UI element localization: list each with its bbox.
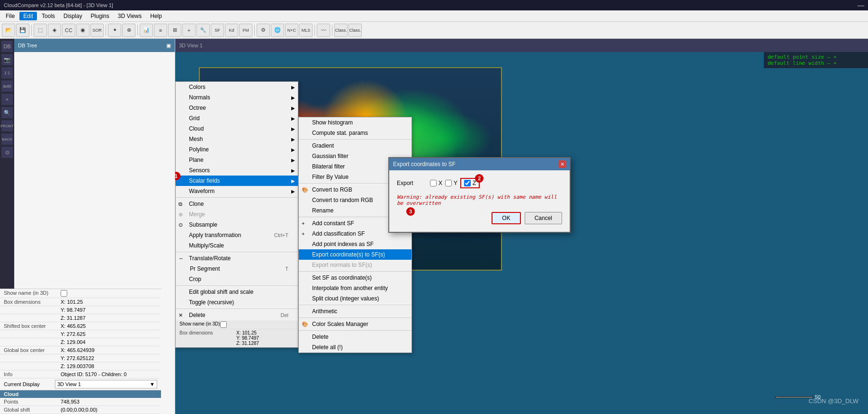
sidebar-icon-back[interactable]: BACK <box>1 133 13 145</box>
ctx-grid[interactable]: Grid ▶ <box>176 113 298 123</box>
x-checkbox[interactable] <box>430 180 437 186</box>
toolbar-btn-kd[interactable]: Kd <box>225 24 238 37</box>
menu-display[interactable]: Display <box>60 12 86 20</box>
ctx-polyline[interactable]: Polyline ▶ <box>176 144 298 155</box>
global-center-x: X: 465.624939 <box>61 347 95 353</box>
db-header-close[interactable]: ▣ <box>166 43 171 49</box>
toolbar-btn-sf[interactable]: SF <box>211 24 224 37</box>
sub-interpolate[interactable]: Interpolate from another entity <box>299 283 412 293</box>
sub-color-scales[interactable]: 🎨 Color Scales Manager <box>299 319 412 329</box>
ctx-normals[interactable]: Normals ▶ <box>176 92 298 103</box>
ctx-colors[interactable]: Colors ▶ <box>176 82 298 92</box>
ctx-sensors[interactable]: Sensors ▶ <box>176 165 298 176</box>
sub-gradient[interactable]: Gradient <box>299 141 412 151</box>
ctx-subsample[interactable]: ⊙ Subsample <box>176 220 298 230</box>
sub-export-normals: Export normals to SF(s) <box>299 260 412 270</box>
toolbar-btn-7[interactable]: ✦ <box>108 24 121 37</box>
sub-set-sf-coord[interactable]: Set SF as coordinate(s) <box>299 273 412 283</box>
display-dropdown-icon[interactable]: ▼ <box>150 381 155 387</box>
export-label: Export <box>397 180 421 186</box>
toolbar-btn-8[interactable]: ⊕ <box>122 24 135 37</box>
ctx-global-shift[interactable]: Edit global shift and scale <box>176 287 298 297</box>
toolbar-btn-4[interactable]: ◈ <box>48 24 61 37</box>
toolbar-btn-mls[interactable]: MLS <box>299 24 313 37</box>
ctx-apply-transform[interactable]: Apply transformation Ctrl+T <box>176 230 298 240</box>
ctx-mesh[interactable]: Mesh ▶ <box>176 134 298 144</box>
minimize-btn[interactable]: — <box>858 1 864 9</box>
sidebar-icon-plus[interactable]: + <box>1 94 13 105</box>
ctx-translate-rotate[interactable]: ↔ Translate/Rotate <box>176 253 298 264</box>
dialog-close-button[interactable]: ✕ <box>558 160 566 168</box>
toolbar-btn-2[interactable]: 💾 <box>16 24 29 37</box>
menu-3dviews[interactable]: 3D Views <box>114 12 145 20</box>
menu-plugins[interactable]: Plugins <box>87 12 113 20</box>
toolbar-btn-fm[interactable]: FM <box>239 24 252 37</box>
menu-tools[interactable]: Tools <box>38 12 59 20</box>
toolbar-btn-9[interactable]: ≡ <box>154 24 167 37</box>
shifted-center-x: X: 465.625 <box>61 323 86 329</box>
toolbar-btn-12[interactable]: ⚙ <box>257 24 270 37</box>
toolbar-btn-globe[interactable]: 🌐 <box>271 24 284 37</box>
menu-file[interactable]: File <box>2 12 18 20</box>
sub-export-coords[interactable]: Export coordinate(s) to SF(s) <box>299 249 412 260</box>
y-checkbox[interactable] <box>445 180 452 186</box>
ctx-octree[interactable]: Octree ▶ <box>176 103 298 113</box>
toolbar-btn-1[interactable]: 📂 <box>2 24 15 37</box>
ctx-scalar-fields[interactable]: Scalar fields ▶ 1 <box>176 176 298 186</box>
sidebar-icon-pick[interactable]: ⊙ <box>1 147 13 158</box>
sub-delete[interactable]: Delete <box>299 332 412 342</box>
toolbar-btn-chart[interactable]: 📊 <box>140 24 153 37</box>
current-display-select[interactable]: 3D View 1 ▼ <box>55 380 157 388</box>
sidebar-icon-front[interactable]: FRONT <box>1 120 13 132</box>
toolbar-btn-11[interactable]: 🔧 <box>197 24 210 37</box>
ctx-waveform[interactable]: Waveform ▶ <box>176 186 298 196</box>
sub-compute-stat[interactable]: Compute stat. params <box>299 128 412 138</box>
sidebar-icon-db[interactable]: DB <box>1 41 13 52</box>
toolbar-btn-3[interactable]: ⬚ <box>34 24 47 37</box>
menu-help[interactable]: Help <box>146 12 166 20</box>
dialog-cancel-button[interactable]: Cancel <box>525 212 562 224</box>
z-checkbox[interactable] <box>464 180 471 186</box>
ctx-clone[interactable]: ⧉ Clone <box>176 199 298 209</box>
toolbar-btn-classify1[interactable]: Class. <box>334 24 348 37</box>
points-row: Points 748,953 <box>0 398 161 406</box>
toolbar-btn-wave[interactable]: 〰 <box>317 24 330 37</box>
ctx-plane[interactable]: Plane ▶ <box>176 155 298 165</box>
menu-edit[interactable]: Edit <box>19 12 37 20</box>
ctx-segment[interactable]: Pr Segment T <box>176 264 298 274</box>
sub-arithmetic[interactable]: Arithmetic <box>299 306 412 317</box>
toolbar-btn-classify2[interactable]: Class. <box>349 24 362 37</box>
ctx-multiply-scale[interactable]: Multiply/Scale <box>176 240 298 251</box>
sidebar-icon-cam[interactable]: 📷 <box>1 54 13 65</box>
ctx-delete[interactable]: ✕ Delete Del <box>176 310 298 320</box>
global-center-z-row: Z: 129.003708 <box>0 362 161 370</box>
points-label: Points <box>4 399 61 405</box>
sub-delete-all[interactable]: Delete all (!) <box>299 342 412 352</box>
sidebar-icon-1to1[interactable]: 1:1 <box>1 67 13 79</box>
sub-split-cloud[interactable]: Split cloud (integer values) <box>299 293 412 304</box>
ctx-segment-shortcut: T <box>285 266 288 272</box>
box-dims-main-row: Box dimensions X: 101.25 Y: 98.7497 Z: 3… <box>176 329 298 347</box>
sub-add-point-indexes[interactable]: Add point indexes as SF <box>299 239 412 249</box>
toolbar-btn-6[interactable]: ◉ <box>76 24 89 37</box>
translate-rotate-icon: ↔ <box>179 255 184 261</box>
dialog-ok-button[interactable]: OK <box>492 212 520 224</box>
box-dims-row: Box dimensions X: 101.25 <box>0 298 161 306</box>
ctx-toggle[interactable]: Toggle (recursive) <box>176 297 298 308</box>
view-title: 3D View 1 <box>179 43 203 48</box>
sidebar-icon-mag[interactable]: 🔍 <box>1 107 13 118</box>
toolbar-btn-plus[interactable]: + <box>182 24 196 37</box>
ctx-cloud[interactable]: Cloud ▶ <box>176 123 298 134</box>
toolbar-btn-10[interactable]: ⊞ <box>168 24 181 37</box>
show-name-3d-checkbox[interactable] <box>220 321 227 328</box>
sub-show-histogram[interactable]: Show histogram <box>299 117 412 128</box>
toolbar-btn-5[interactable]: CC <box>62 24 75 37</box>
toolbar-btn-sor[interactable]: SOR <box>90 24 104 37</box>
box-dims-main-label: Box dimensions <box>179 330 236 346</box>
sidebar-icon-auto[interactable]: auto <box>1 80 13 92</box>
toolbar-btn-nc[interactable]: N+C <box>285 24 298 37</box>
toolbar-sep-5 <box>314 25 315 36</box>
show-name-checkbox[interactable] <box>61 290 67 297</box>
window-controls[interactable]: — <box>858 1 864 9</box>
ctx-crop[interactable]: Crop <box>176 274 298 284</box>
